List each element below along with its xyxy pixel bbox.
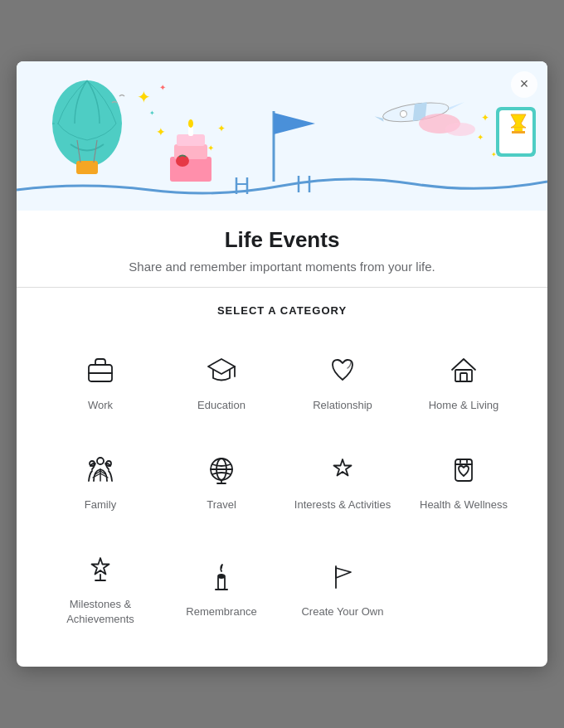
category-education[interactable]: Education [164, 333, 279, 426]
modal-title-section: Life Events Share and remember important… [17, 211, 547, 287]
category-work[interactable]: Work [43, 333, 158, 426]
svg-text:✦: ✦ [159, 83, 166, 92]
svg-rect-3 [77, 163, 97, 174]
modal-header: ✦ ✦ ✦ ✦ ✦ ✦ [17, 61, 547, 211]
svg-rect-54 [455, 459, 472, 481]
header-illustration: ✦ ✦ ✦ ✦ ✦ ✦ [17, 61, 547, 211]
category-home-living[interactable]: Home & Living [406, 333, 521, 426]
modal-title: Life Events [50, 227, 514, 253]
family-label: Family [85, 497, 116, 512]
svg-text:✦: ✦ [481, 112, 489, 124]
relationship-icon [323, 350, 362, 390]
svg-marker-42 [208, 359, 235, 374]
milestones-label: Milestones & Achievements [50, 597, 151, 627]
svg-rect-44 [455, 370, 472, 381]
svg-point-14 [176, 155, 189, 167]
life-events-modal: ✦ ✦ ✦ ✦ ✦ ✦ [17, 61, 547, 667]
svg-point-10 [188, 119, 193, 128]
work-label: Work [88, 398, 113, 413]
category-interests-activities[interactable]: Interests & Activities [285, 433, 400, 526]
category-milestones[interactable]: Milestones & Achievements [43, 532, 158, 640]
travel-label: Travel [207, 497, 236, 512]
svg-text:✦: ✦ [137, 88, 151, 106]
svg-text:✦: ✦ [207, 143, 214, 153]
modal-backdrop: ✦ ✦ ✦ ✦ ✦ ✦ [0, 0, 564, 728]
interests-icon [323, 449, 362, 489]
home-icon [444, 350, 484, 390]
education-label: Education [197, 398, 246, 413]
svg-rect-8 [177, 134, 205, 146]
svg-text:✦: ✦ [491, 151, 497, 158]
remembrance-label: Remembrance [186, 604, 256, 619]
svg-point-32 [445, 123, 475, 136]
categories-grid: Work Education [17, 333, 547, 667]
svg-point-46 [97, 458, 104, 464]
svg-text:✦: ✦ [156, 125, 166, 138]
education-icon [202, 350, 241, 390]
create-your-own-label: Create Your Own [301, 604, 383, 619]
svg-point-30 [400, 110, 407, 118]
svg-text:✦: ✦ [217, 123, 226, 134]
home-living-label: Home & Living [429, 398, 499, 413]
divider [17, 287, 547, 288]
health-wellness-label: Health & Wellness [420, 497, 508, 512]
svg-rect-35 [514, 128, 523, 131]
svg-rect-45 [460, 373, 467, 381]
svg-text:✦: ✦ [149, 109, 155, 117]
category-remembrance[interactable]: Remembrance [164, 532, 279, 640]
create-icon [323, 556, 362, 596]
section-label: SELECT A CATEGORY [17, 304, 547, 317]
category-relationship[interactable]: Relationship [285, 333, 400, 426]
health-icon [444, 449, 484, 489]
category-create-your-own[interactable]: Create Your Own [285, 532, 400, 640]
modal-subtitle: Share and remember important moments fro… [50, 260, 514, 274]
work-icon [80, 350, 120, 390]
close-button[interactable]: × [511, 71, 537, 98]
category-travel[interactable]: Travel [164, 433, 279, 526]
family-icon [80, 449, 120, 489]
milestones-icon [80, 549, 120, 589]
remembrance-icon [202, 556, 241, 596]
svg-rect-36 [512, 131, 525, 133]
relationship-label: Relationship [313, 398, 372, 413]
close-icon: × [520, 75, 529, 93]
svg-text:✦: ✦ [477, 133, 484, 142]
category-family[interactable]: Family [43, 433, 158, 526]
travel-icon [202, 449, 241, 489]
category-health-wellness[interactable]: Health & Wellness [406, 433, 521, 526]
interests-activities-label: Interests & Activities [294, 497, 391, 512]
